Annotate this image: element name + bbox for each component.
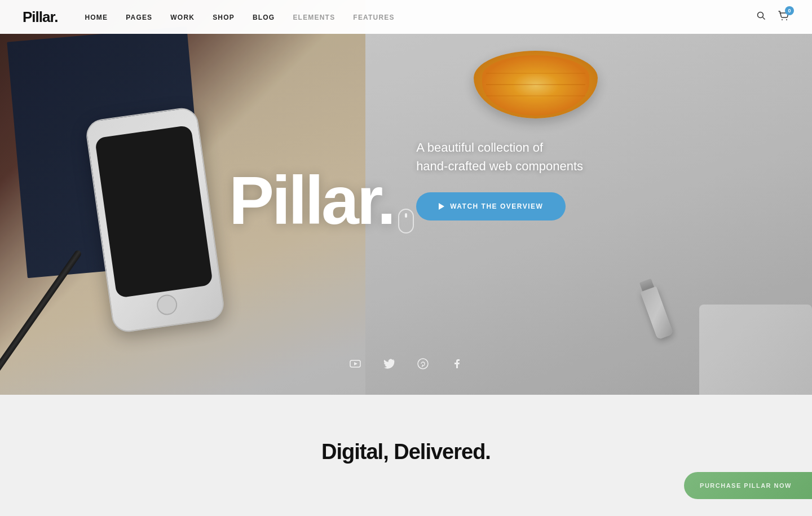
nav-links: HOME PAGES WORK SHOP BLOG ELEMENTS FEATU… — [85, 12, 757, 22]
svg-point-3 — [786, 19, 787, 20]
below-hero-title: Digital, Delivered. — [23, 440, 789, 464]
scroll-dot — [405, 213, 407, 218]
search-button[interactable] — [757, 11, 766, 23]
site-logo[interactable]: Pillar. — [23, 8, 58, 26]
nav-actions: 0 — [757, 10, 789, 25]
watch-overview-button[interactable]: WATCH THE OVERVIEW — [416, 192, 566, 220]
hero-section: Pillar. A beautiful collection of hand-c… — [0, 0, 812, 395]
youtube-icon[interactable] — [350, 358, 361, 372]
nav-item-pages[interactable]: PAGES — [126, 12, 152, 22]
svg-point-0 — [758, 12, 764, 18]
svg-point-6 — [418, 359, 428, 369]
nav-item-elements[interactable]: ELEMENTS — [293, 12, 335, 22]
svg-point-2 — [782, 19, 783, 20]
hero-brand-title: Pillar. — [229, 166, 394, 234]
social-bar — [350, 358, 462, 372]
pinterest-icon[interactable] — [417, 358, 429, 372]
nav-item-features[interactable]: FEATURES — [353, 12, 394, 22]
twitter-icon[interactable] — [383, 358, 395, 372]
nav-item-work[interactable]: WORK — [170, 12, 195, 22]
navigation: Pillar. HOME PAGES WORK SHOP BLOG ELEMEN… — [0, 0, 812, 34]
play-icon — [439, 203, 444, 210]
hero-content: Pillar. A beautiful collection of hand-c… — [0, 0, 812, 395]
facebook-icon[interactable] — [451, 358, 462, 372]
cart-button[interactable]: 0 — [777, 10, 789, 25]
purchase-button[interactable]: PURCHASE PILLAR NOW — [684, 472, 812, 499]
nav-item-home[interactable]: HOME — [85, 12, 108, 22]
scroll-indicator — [398, 209, 414, 233]
search-icon — [757, 11, 766, 20]
nav-item-shop[interactable]: SHOP — [213, 12, 235, 22]
svg-line-1 — [763, 17, 765, 20]
cart-badge: 0 — [785, 6, 794, 15]
nav-item-blog[interactable]: BLOG — [253, 12, 275, 22]
svg-marker-5 — [354, 362, 358, 365]
hero-tagline: A beautiful collection of hand-crafted w… — [416, 138, 583, 175]
